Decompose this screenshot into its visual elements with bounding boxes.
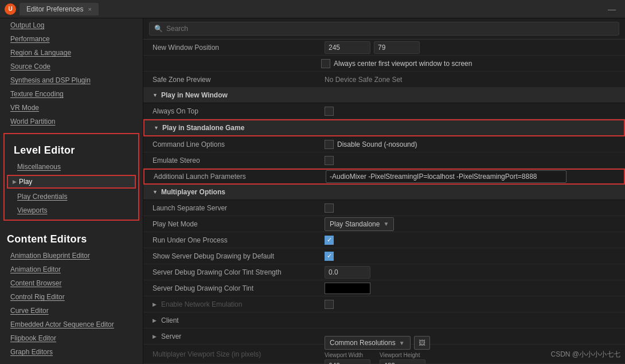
content-editors-header: Content Editors xyxy=(0,225,143,249)
always-on-top-row: Always On Top xyxy=(143,103,625,119)
play-standalone-header[interactable]: ▼ Play in Standalone Game xyxy=(143,119,625,136)
main-container: Output Log Performance Region & Language… xyxy=(0,18,625,364)
command-line-checkbox[interactable] xyxy=(325,140,334,149)
sidebar-item-animation-blueprint[interactable]: Animation Blueprint Editor xyxy=(0,249,143,263)
server-label: Server xyxy=(161,332,181,340)
network-expand-arrow: ▶ xyxy=(153,302,157,307)
viewport-size-value: Common Resolutions ▼ 🖼 Viewport Width Vi… xyxy=(325,336,616,364)
play-net-mode-dropdown[interactable]: Play Standalone ▼ xyxy=(325,217,394,231)
safe-zone-label: Safe Zone Preview xyxy=(153,76,325,84)
always-on-top-checkbox[interactable] xyxy=(325,107,334,116)
viewport-height-input[interactable] xyxy=(380,359,425,364)
sidebar-item-curve-editor[interactable]: Curve Editor xyxy=(0,304,143,318)
launch-separate-server-value xyxy=(325,203,616,213)
play-expand-arrow: ▶ xyxy=(13,179,17,185)
sidebar-item-flipbook[interactable]: Flipbook Editor xyxy=(0,331,143,345)
window-y-input[interactable] xyxy=(374,41,420,54)
run-under-one-row: Run Under One Process xyxy=(143,232,625,248)
additional-launch-input[interactable] xyxy=(326,170,567,183)
always-center-checkbox[interactable] xyxy=(321,59,330,68)
always-on-top-value xyxy=(325,107,616,116)
additional-launch-label: Additional Launch Parameters xyxy=(154,173,326,181)
sidebar-item-performance[interactable]: Performance xyxy=(0,32,143,46)
server-debug-strength-input[interactable] xyxy=(325,266,370,279)
window-x-input[interactable] xyxy=(325,41,370,54)
play-net-mode-value: Play Standalone ▼ xyxy=(325,217,616,231)
safe-zone-row: Safe Zone Preview No Device Safe Zone Se… xyxy=(143,72,625,88)
run-under-one-checkbox[interactable] xyxy=(325,236,334,245)
sidebar-item-graph-editors[interactable]: Graph Editors xyxy=(0,345,143,359)
title-bar: U Editor Preferences × — xyxy=(0,0,625,18)
additional-launch-row: Additional Launch Parameters xyxy=(143,169,625,185)
always-on-top-label: Always On Top xyxy=(153,107,325,115)
command-line-row: Command Line Options Disable Sound (-nos… xyxy=(143,136,625,152)
minimize-button[interactable]: — xyxy=(603,5,620,14)
content-editors-section: Content Editors Animation Blueprint Edit… xyxy=(0,225,143,359)
search-input[interactable] xyxy=(166,25,614,33)
play-net-mode-label: Play Net Mode xyxy=(153,220,325,228)
new-window-position-label: New Window Position xyxy=(153,44,325,52)
always-center-value: Always center first viewport window to s… xyxy=(321,59,616,68)
enable-network-row: ▶ Enable Network Emulation xyxy=(143,296,625,312)
sidebar-item-region-language[interactable]: Region & Language xyxy=(0,46,143,60)
sidebar-item-output-log[interactable]: Output Log xyxy=(0,18,143,32)
resolution-image-button[interactable]: 🖼 xyxy=(414,336,430,350)
play-standalone-arrow: ▼ xyxy=(154,125,159,131)
server-debug-color-label: Server Debug Drawing Color Tint xyxy=(153,284,325,292)
emulate-stereo-checkbox[interactable] xyxy=(325,156,334,165)
title-bar-tabs: Editor Preferences × xyxy=(19,3,603,15)
sidebar-item-viewports[interactable]: Viewports xyxy=(7,203,136,217)
multiplayer-arrow: ▼ xyxy=(153,189,158,195)
app-icon: U xyxy=(5,3,16,15)
disable-sound-label: Disable Sound (-nosound) xyxy=(337,140,417,148)
client-expand-arrow: ▶ xyxy=(153,318,157,323)
tab-label: Editor Preferences xyxy=(26,5,83,13)
server-debug-strength-row: Server Debug Drawing Color Tint Strength xyxy=(143,264,625,280)
multiplayer-options-header[interactable]: ▼ Multiplayer Options xyxy=(143,185,625,200)
sidebar-item-miscellaneous[interactable]: Miscellaneous xyxy=(7,160,136,174)
launch-separate-server-checkbox[interactable] xyxy=(325,203,334,213)
emulate-stereo-row: Emulate Stereo xyxy=(143,152,625,169)
new-window-position-row: New Window Position xyxy=(143,40,625,56)
sidebar-item-animation-editor[interactable]: Animation Editor xyxy=(0,263,143,276)
level-editor-header: Level Editor xyxy=(7,136,136,160)
search-bar: 🔍 xyxy=(143,18,625,40)
tab-close-button[interactable]: × xyxy=(88,6,91,13)
sidebar-item-embedded-actor[interactable]: Embedded Actor Sequence Editor xyxy=(0,318,143,331)
play-in-new-window-header[interactable]: ▼ Play in New Window xyxy=(143,88,625,103)
sidebar: Output Log Performance Region & Language… xyxy=(0,18,143,364)
always-center-row: Always center first viewport window to s… xyxy=(143,56,625,72)
viewport-width-input[interactable] xyxy=(325,359,370,364)
viewport-width-label: Viewport Width xyxy=(325,352,370,358)
sidebar-item-content-browser[interactable]: Content Browser xyxy=(0,276,143,290)
sidebar-item-play-credentials[interactable]: Play Credentials xyxy=(7,190,136,203)
viewport-size-label: Multiplayer Viewport Size (in pixels) xyxy=(153,350,325,358)
sidebar-item-world-partition[interactable]: World Partition xyxy=(0,115,143,128)
common-resolutions-dropdown[interactable]: Common Resolutions ▼ xyxy=(325,336,411,350)
server-debug-color-swatch[interactable] xyxy=(325,283,370,294)
dropdown-arrow: ▼ xyxy=(383,221,389,227)
command-line-label: Command Line Options xyxy=(153,140,325,148)
show-server-debug-checkbox[interactable] xyxy=(325,252,334,261)
run-under-one-label: Run Under One Process xyxy=(153,236,325,244)
server-debug-strength-label: Server Debug Drawing Color Tint Strength xyxy=(153,268,325,276)
sidebar-item-control-rig[interactable]: Control Rig Editor xyxy=(0,290,143,304)
sidebar-item-synthesis[interactable]: Synthesis and DSP Plugin xyxy=(0,73,143,87)
level-editor-section: Level Editor Miscellaneous ▶ Play Play C… xyxy=(3,133,139,221)
image-icon: 🖼 xyxy=(419,339,425,347)
common-res-arrow: ▼ xyxy=(399,340,405,346)
safe-zone-text: No Device Safe Zone Set xyxy=(325,76,402,84)
server-expand-arrow: ▶ xyxy=(153,334,157,339)
editor-preferences-tab[interactable]: Editor Preferences × xyxy=(19,3,99,15)
sidebar-item-texture-encoding[interactable]: Texture Encoding xyxy=(0,87,143,101)
launch-separate-server-label: Launch Separate Server xyxy=(153,204,325,212)
emulate-stereo-label: Emulate Stereo xyxy=(153,156,325,165)
new-window-position-value xyxy=(325,41,616,54)
command-line-value: Disable Sound (-nosound) xyxy=(325,140,616,149)
enable-network-checkbox[interactable] xyxy=(325,300,334,309)
sidebar-item-source-code[interactable]: Source Code xyxy=(0,60,143,73)
sidebar-item-play[interactable]: ▶ Play xyxy=(7,175,136,189)
viewport-height-group: Viewport Height xyxy=(380,352,425,364)
server-debug-strength-value xyxy=(325,266,616,279)
sidebar-item-vr-mode[interactable]: VR Mode xyxy=(0,101,143,115)
